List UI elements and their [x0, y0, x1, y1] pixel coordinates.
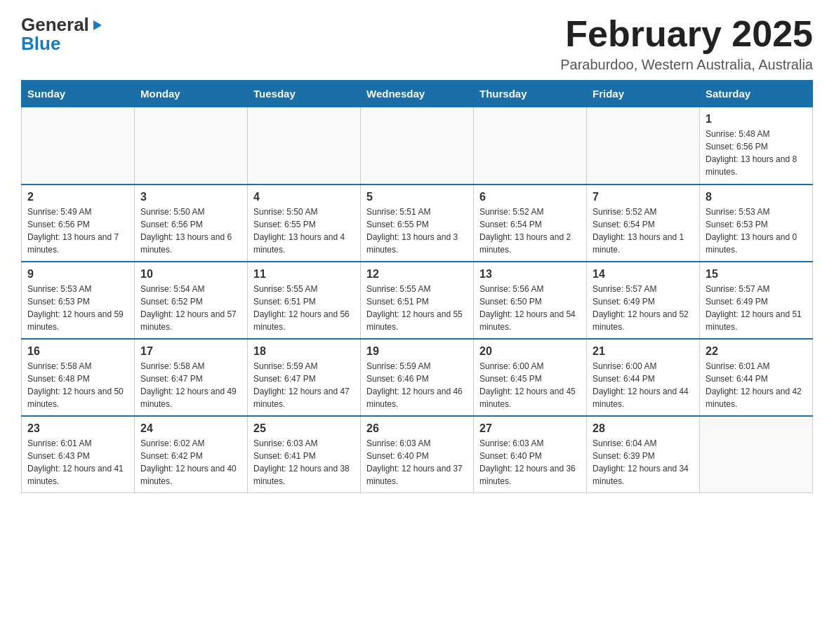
weekday-header-saturday: Saturday [700, 81, 813, 107]
day-number: 9 [27, 268, 128, 281]
calendar-cell: 22Sunrise: 6:01 AMSunset: 6:44 PMDayligh… [700, 339, 813, 416]
day-number: 10 [140, 268, 241, 281]
day-info: Sunrise: 6:03 AMSunset: 6:41 PMDaylight:… [253, 437, 355, 488]
calendar-cell [22, 107, 135, 185]
calendar-week-row: 16Sunrise: 5:58 AMSunset: 6:48 PMDayligh… [22, 339, 813, 416]
day-number: 14 [593, 268, 694, 281]
day-number: 7 [593, 191, 694, 203]
day-number: 2 [27, 191, 128, 203]
day-number: 24 [140, 422, 241, 435]
calendar-cell: 21Sunrise: 6:00 AMSunset: 6:44 PMDayligh… [587, 339, 700, 416]
day-info: Sunrise: 6:00 AMSunset: 6:45 PMDaylight:… [479, 360, 581, 410]
day-number: 16 [27, 345, 128, 358]
weekday-header-friday: Friday [587, 81, 700, 107]
day-info: Sunrise: 5:56 AMSunset: 6:50 PMDaylight:… [479, 283, 581, 333]
weekday-header-monday: Monday [135, 81, 248, 107]
day-info: Sunrise: 5:59 AMSunset: 6:46 PMDaylight:… [366, 360, 468, 410]
calendar-cell: 14Sunrise: 5:57 AMSunset: 6:49 PMDayligh… [587, 262, 700, 339]
day-number: 11 [253, 268, 355, 281]
calendar-cell: 4Sunrise: 5:50 AMSunset: 6:55 PMDaylight… [248, 185, 361, 262]
day-number: 21 [593, 345, 694, 358]
calendar-cell: 10Sunrise: 5:54 AMSunset: 6:52 PMDayligh… [135, 262, 248, 339]
calendar-cell: 18Sunrise: 5:59 AMSunset: 6:47 PMDayligh… [248, 339, 361, 416]
day-number: 23 [27, 422, 128, 435]
day-info: Sunrise: 6:02 AMSunset: 6:42 PMDaylight:… [140, 437, 241, 488]
day-info: Sunrise: 6:03 AMSunset: 6:40 PMDaylight:… [479, 437, 581, 488]
calendar-cell: 20Sunrise: 6:00 AMSunset: 6:45 PMDayligh… [474, 339, 587, 416]
calendar-cell: 8Sunrise: 5:53 AMSunset: 6:53 PMDaylight… [700, 185, 813, 262]
month-title: February 2025 [560, 14, 813, 54]
calendar-cell: 6Sunrise: 5:52 AMSunset: 6:54 PMDaylight… [474, 185, 587, 262]
calendar-cell: 26Sunrise: 6:03 AMSunset: 6:40 PMDayligh… [361, 416, 474, 493]
day-info: Sunrise: 6:04 AMSunset: 6:39 PMDaylight:… [593, 437, 694, 488]
day-info: Sunrise: 5:53 AMSunset: 6:53 PMDaylight:… [27, 283, 128, 333]
day-number: 15 [706, 268, 807, 281]
calendar-cell: 19Sunrise: 5:59 AMSunset: 6:46 PMDayligh… [361, 339, 474, 416]
calendar-cell [587, 107, 700, 185]
day-number: 4 [253, 191, 355, 203]
calendar-week-row: 9Sunrise: 5:53 AMSunset: 6:53 PMDaylight… [22, 262, 813, 339]
day-number: 12 [366, 268, 468, 281]
day-number: 27 [479, 422, 581, 435]
calendar-cell [474, 107, 587, 185]
calendar-cell: 16Sunrise: 5:58 AMSunset: 6:48 PMDayligh… [22, 339, 135, 416]
day-info: Sunrise: 5:51 AMSunset: 6:55 PMDaylight:… [366, 206, 468, 256]
day-number: 19 [366, 345, 468, 358]
svg-marker-0 [93, 20, 102, 30]
day-number: 1 [706, 113, 807, 126]
calendar-week-row: 1Sunrise: 5:48 AMSunset: 6:56 PMDaylight… [22, 107, 813, 185]
calendar-cell [700, 416, 813, 493]
day-number: 6 [479, 191, 581, 203]
day-info: Sunrise: 5:55 AMSunset: 6:51 PMDaylight:… [366, 283, 468, 333]
calendar-cell: 5Sunrise: 5:51 AMSunset: 6:55 PMDaylight… [361, 185, 474, 262]
weekday-header-wednesday: Wednesday [361, 81, 474, 107]
calendar-cell: 28Sunrise: 6:04 AMSunset: 6:39 PMDayligh… [587, 416, 700, 493]
day-info: Sunrise: 5:55 AMSunset: 6:51 PMDaylight:… [253, 283, 355, 333]
location-subtitle: Paraburdoo, Western Australia, Australia [560, 57, 813, 73]
calendar-week-row: 2Sunrise: 5:49 AMSunset: 6:56 PMDaylight… [22, 185, 813, 262]
day-number: 26 [366, 422, 468, 435]
calendar-cell: 2Sunrise: 5:49 AMSunset: 6:56 PMDaylight… [22, 185, 135, 262]
calendar-cell: 1Sunrise: 5:48 AMSunset: 6:56 PMDaylight… [700, 107, 813, 185]
calendar-cell [135, 107, 248, 185]
day-info: Sunrise: 6:01 AMSunset: 6:43 PMDaylight:… [27, 437, 128, 488]
day-info: Sunrise: 5:57 AMSunset: 6:49 PMDaylight:… [593, 283, 694, 333]
calendar-cell [248, 107, 361, 185]
calendar-table: SundayMondayTuesdayWednesdayThursdayFrid… [21, 80, 813, 493]
day-number: 22 [706, 345, 807, 358]
weekday-header-row: SundayMondayTuesdayWednesdayThursdayFrid… [22, 81, 813, 107]
day-number: 5 [366, 191, 468, 203]
calendar-cell: 12Sunrise: 5:55 AMSunset: 6:51 PMDayligh… [361, 262, 474, 339]
calendar-cell: 23Sunrise: 6:01 AMSunset: 6:43 PMDayligh… [22, 416, 135, 493]
day-info: Sunrise: 5:59 AMSunset: 6:47 PMDaylight:… [253, 360, 355, 410]
calendar-cell: 13Sunrise: 5:56 AMSunset: 6:50 PMDayligh… [474, 262, 587, 339]
day-number: 13 [479, 268, 581, 281]
calendar-cell: 7Sunrise: 5:52 AMSunset: 6:54 PMDaylight… [587, 185, 700, 262]
weekday-header-thursday: Thursday [474, 81, 587, 107]
weekday-header-tuesday: Tuesday [248, 81, 361, 107]
calendar-cell: 15Sunrise: 5:57 AMSunset: 6:49 PMDayligh… [700, 262, 813, 339]
calendar-cell: 17Sunrise: 5:58 AMSunset: 6:47 PMDayligh… [135, 339, 248, 416]
day-info: Sunrise: 5:58 AMSunset: 6:47 PMDaylight:… [140, 360, 241, 410]
calendar-cell: 9Sunrise: 5:53 AMSunset: 6:53 PMDaylight… [22, 262, 135, 339]
calendar-cell: 27Sunrise: 6:03 AMSunset: 6:40 PMDayligh… [474, 416, 587, 493]
header: General Blue February 2025 Paraburdoo, W… [21, 14, 813, 73]
logo-triangle-icon [91, 14, 103, 36]
day-number: 17 [140, 345, 241, 358]
day-info: Sunrise: 6:00 AMSunset: 6:44 PMDaylight:… [593, 360, 694, 410]
day-info: Sunrise: 5:52 AMSunset: 6:54 PMDaylight:… [479, 206, 581, 256]
calendar-week-row: 23Sunrise: 6:01 AMSunset: 6:43 PMDayligh… [22, 416, 813, 493]
day-info: Sunrise: 5:50 AMSunset: 6:56 PMDaylight:… [140, 206, 241, 256]
day-info: Sunrise: 5:50 AMSunset: 6:55 PMDaylight:… [253, 206, 355, 256]
calendar-cell: 25Sunrise: 6:03 AMSunset: 6:41 PMDayligh… [248, 416, 361, 493]
day-info: Sunrise: 6:01 AMSunset: 6:44 PMDaylight:… [706, 360, 807, 410]
calendar-cell: 24Sunrise: 6:02 AMSunset: 6:42 PMDayligh… [135, 416, 248, 493]
day-number: 28 [593, 422, 694, 435]
day-number: 20 [479, 345, 581, 358]
day-info: Sunrise: 5:54 AMSunset: 6:52 PMDaylight:… [140, 283, 241, 333]
day-info: Sunrise: 5:53 AMSunset: 6:53 PMDaylight:… [706, 206, 807, 256]
day-info: Sunrise: 5:52 AMSunset: 6:54 PMDaylight:… [593, 206, 694, 256]
calendar-cell: 3Sunrise: 5:50 AMSunset: 6:56 PMDaylight… [135, 185, 248, 262]
logo-blue: Blue [21, 33, 60, 55]
day-number: 25 [253, 422, 355, 435]
